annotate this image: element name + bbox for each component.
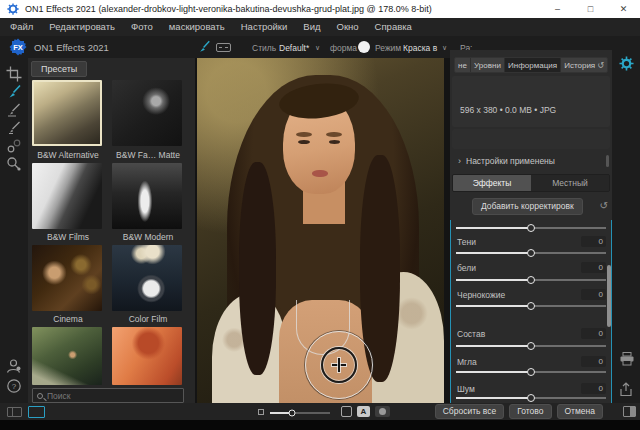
slider-knob[interactable]	[527, 224, 535, 232]
brush-shape-preview[interactable]	[358, 41, 370, 53]
minimize-button[interactable]: –	[541, 0, 574, 18]
image-info-line: 596 x 380 • 0.0 MB • JPG	[460, 105, 556, 115]
preset-thumb-cinema[interactable]	[32, 245, 102, 311]
cancel-button[interactable]: Отмена	[557, 404, 604, 419]
retouch-brush-tool-icon[interactable]	[6, 102, 22, 118]
account-icon[interactable]	[6, 358, 22, 374]
preset-thumb-duotone[interactable]	[112, 327, 182, 385]
mode-value[interactable]: Краска в	[403, 43, 437, 53]
slider-knob[interactable]	[527, 276, 535, 284]
slider-track[interactable]	[456, 227, 606, 229]
slider-value[interactable]: 0	[581, 236, 606, 247]
slider-knob[interactable]	[527, 342, 535, 350]
slider-track[interactable]	[456, 279, 606, 281]
right-panel-toggle-icon[interactable]	[623, 406, 636, 417]
slider-value[interactable]: 0	[581, 328, 606, 339]
slider-value[interactable]: 0	[581, 356, 606, 367]
clone-stamp-tool-icon[interactable]	[6, 138, 22, 154]
right-panel-tabs: не Уровни Информация История ↺	[454, 57, 608, 73]
effects-scrollbar[interactable]	[607, 265, 611, 327]
presets-tab[interactable]: Пресеты	[31, 61, 87, 77]
settings-gear-icon[interactable]	[619, 56, 634, 71]
preset-thumb-bw-modern[interactable]	[112, 163, 182, 229]
slider-track[interactable]	[456, 397, 606, 399]
mask-view-icon[interactable]	[375, 406, 390, 417]
add-adjustment-button[interactable]: Добавить корректировк	[472, 198, 583, 215]
style-chevron-icon[interactable]: ∨	[315, 44, 320, 52]
slider-knob[interactable]	[527, 249, 535, 257]
reset-icon[interactable]: ↺	[600, 200, 608, 211]
slider-knob[interactable]	[527, 302, 535, 310]
preset-thumb-bw-films[interactable]	[32, 163, 102, 229]
title-bar: ON1 Effects 2021 (alexander-drobkov-ligh…	[0, 0, 640, 18]
paint-brush-tool-icon[interactable]	[197, 40, 211, 54]
help-icon[interactable]: ?	[6, 378, 22, 394]
zoom-slider[interactable]	[270, 412, 330, 414]
export-share-icon[interactable]	[619, 382, 633, 397]
shape-label: форма	[330, 43, 357, 53]
maximize-button[interactable]: □	[574, 0, 607, 18]
crop-tool-icon[interactable]	[6, 66, 22, 82]
style-value[interactable]: Default*	[279, 43, 309, 53]
preview-original-icon[interactable]: A	[357, 406, 370, 417]
tab-history[interactable]: История ↺	[561, 58, 607, 72]
slider-value[interactable]: 0	[581, 262, 606, 273]
close-button[interactable]: ✕	[607, 0, 640, 18]
preset-thumb-color-film[interactable]	[112, 245, 182, 311]
menu-settings[interactable]: Настройки	[233, 18, 296, 36]
presets-panel: Пресеты B&W Alternative B&W Fa… Matte B&…	[28, 58, 195, 403]
mode-chevron-icon[interactable]: ∨	[442, 44, 447, 52]
tab-info[interactable]: Информация	[505, 58, 561, 72]
perfect-eraser-tool-icon[interactable]	[6, 120, 22, 136]
print-icon[interactable]	[619, 352, 635, 366]
slider-knob[interactable]	[527, 368, 535, 376]
app-logo-icon	[7, 3, 19, 15]
menu-window[interactable]: Окно	[329, 18, 367, 36]
preset-thumb-bw-faded-matte[interactable]	[112, 80, 182, 146]
menu-help[interactable]: Справка	[367, 18, 420, 36]
paint-tool-icon[interactable]	[6, 84, 22, 100]
slider-track[interactable]	[456, 305, 606, 307]
history-icon: ↺	[597, 61, 604, 70]
reset-all-button[interactable]: Сбросить все	[435, 404, 505, 419]
menu-edit[interactable]: Редактировать	[41, 18, 123, 36]
done-button[interactable]: Готово	[509, 404, 551, 419]
menu-photo[interactable]: Фото	[123, 18, 161, 36]
browse-panel-toggle-icon[interactable]	[7, 407, 22, 417]
slider-row-haze: Мгла 0	[451, 356, 611, 368]
slider-value[interactable]: 0	[581, 383, 606, 394]
image-info-box: 596 x 380 • 0.0 MB • JPG	[452, 76, 610, 127]
view-zoom-tool-icon[interactable]	[6, 156, 22, 172]
tab-navigator[interactable]: не	[455, 58, 471, 72]
right-rail	[612, 36, 640, 403]
edit-panel-toggle-icon[interactable]	[28, 406, 45, 418]
svg-text:?: ?	[12, 382, 17, 391]
photo-canvas[interactable]	[195, 58, 450, 403]
preset-label: Cinema	[28, 314, 108, 324]
zoom-out-icon[interactable]	[258, 409, 264, 415]
effects-sliders-panel: Тени 0 бели 0 Чернокожие 0 Состав 0 Мгла	[450, 220, 612, 403]
style-label: Стиль	[252, 43, 276, 53]
right-panel: не Уровни Информация История ↺ 596 x 380…	[450, 50, 612, 403]
preset-thumb-landscape[interactable]	[32, 327, 102, 385]
preset-search-input[interactable]: Поиск	[32, 388, 184, 403]
tab-effects[interactable]: Эффекты	[453, 175, 531, 191]
settings-applied-section[interactable]: › Настройки применены	[452, 152, 610, 170]
slider-row-shadows: Тени 0	[451, 236, 611, 248]
menu-file[interactable]: Файл	[2, 18, 41, 36]
tab-local[interactable]: Местный	[531, 175, 609, 191]
search-icon	[37, 393, 43, 399]
slider-track[interactable]	[456, 345, 606, 347]
app-window: ON1 Effects 2021 (alexander-drobkov-ligh…	[0, 0, 640, 430]
brush-options-icon[interactable]	[216, 43, 231, 52]
menu-view[interactable]: Вид	[295, 18, 328, 36]
tab-levels[interactable]: Уровни	[471, 58, 505, 72]
slider-track[interactable]	[456, 371, 606, 373]
preset-thumb-bw-alternative[interactable]	[32, 80, 102, 146]
slider-track[interactable]	[456, 252, 606, 254]
compare-icon[interactable]	[341, 406, 352, 417]
zoom-slider-knob[interactable]	[288, 410, 295, 417]
slider-knob[interactable]	[527, 394, 535, 402]
menu-mask[interactable]: маскировать	[161, 18, 233, 36]
slider-value[interactable]: 0	[581, 289, 606, 300]
